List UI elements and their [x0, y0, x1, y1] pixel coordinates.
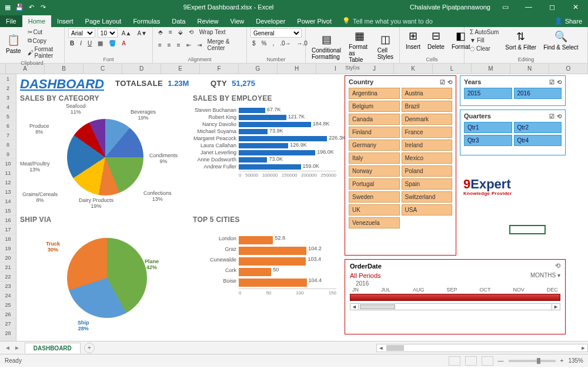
- slicer-item[interactable]: Argentina: [349, 88, 400, 99]
- column-header[interactable]: H: [278, 64, 316, 74]
- align-middle-button[interactable]: ≡: [167, 28, 174, 36]
- row-header[interactable]: 22: [0, 272, 16, 281]
- clear-filter-icon[interactable]: ⟲: [557, 79, 562, 85]
- slicer-years[interactable]: Years☑⟲ 20152016: [460, 75, 566, 106]
- italic-button[interactable]: I: [78, 39, 83, 47]
- scroll-right-icon[interactable]: ►: [579, 345, 587, 351]
- row-header[interactable]: 2: [0, 84, 16, 93]
- sort-filter-button[interactable]: ⇅Sort & Filter: [503, 29, 539, 52]
- slicer-item[interactable]: Austria: [402, 88, 453, 99]
- column-header[interactable]: O: [549, 64, 588, 74]
- tab-home[interactable]: Home: [22, 15, 51, 27]
- column-header[interactable]: E: [161, 64, 200, 74]
- currency-button[interactable]: $: [250, 39, 258, 47]
- slicer-item[interactable]: Ireland: [402, 140, 453, 151]
- font-color-button[interactable]: A: [120, 39, 128, 47]
- slicer-item[interactable]: Norway: [349, 165, 400, 177]
- column-header[interactable]: L: [433, 64, 472, 74]
- column-header[interactable]: A: [6, 64, 45, 74]
- autosum-button[interactable]: ΣAutoSum: [468, 28, 500, 36]
- slicer-item[interactable]: Venezuela: [349, 217, 400, 228]
- row-header[interactable]: 3: [0, 93, 16, 102]
- column-header[interactable]: J: [355, 64, 394, 74]
- multiselect-icon[interactable]: ☑: [549, 113, 554, 120]
- selected-cell[interactable]: [509, 225, 546, 234]
- chart-sales-by-employee[interactable]: Steven Buchanan67.7KRobert King121.7KNan…: [191, 102, 340, 212]
- slicer-item[interactable]: Poland: [402, 165, 453, 177]
- column-header[interactable]: G: [239, 64, 278, 74]
- row-header[interactable]: 21: [0, 263, 16, 272]
- multiselect-icon[interactable]: ☑: [549, 79, 554, 85]
- align-top-button[interactable]: ⬘: [156, 28, 165, 36]
- slicer-quarters[interactable]: Quarters☑⟲ Qtr1Qtr2Qtr3Qtr4: [460, 110, 566, 155]
- redo-icon[interactable]: ↷: [39, 3, 47, 11]
- column-header[interactable]: K: [394, 64, 433, 74]
- row-header[interactable]: 8: [0, 140, 16, 150]
- row-header[interactable]: 14: [0, 197, 16, 206]
- font-size-select[interactable]: 10: [98, 28, 118, 38]
- row-header[interactable]: 15: [0, 206, 16, 216]
- row-header[interactable]: 26: [0, 310, 16, 319]
- slicer-item[interactable]: Italy: [349, 152, 400, 164]
- clear-filter-icon[interactable]: ⟲: [447, 79, 452, 85]
- clear-filter-icon[interactable]: ⟲: [557, 113, 562, 120]
- align-center-button[interactable]: ≡: [166, 41, 173, 49]
- maximize-button[interactable]: ◻: [543, 3, 561, 11]
- column-header[interactable]: I: [316, 64, 355, 74]
- timeline-scrollbar[interactable]: ◄►: [350, 303, 560, 310]
- fill-color-button[interactable]: 🪣: [107, 39, 118, 47]
- row-header[interactable]: 4: [0, 102, 16, 112]
- slicer-item[interactable]: Brazil: [402, 101, 453, 112]
- border-button[interactable]: ▦: [96, 39, 105, 47]
- align-bottom-button[interactable]: ⬙: [176, 28, 185, 36]
- row-header[interactable]: 5: [0, 112, 16, 121]
- normal-view-button[interactable]: [449, 356, 460, 366]
- page-break-view-button[interactable]: [482, 356, 493, 366]
- row-header[interactable]: 25: [0, 300, 16, 310]
- row-header[interactable]: 18: [0, 234, 16, 244]
- cell-styles-button[interactable]: ◫Cell Styles: [375, 32, 396, 61]
- row-header[interactable]: 10: [0, 159, 16, 168]
- slicer-item[interactable]: Denmark: [402, 114, 453, 125]
- percent-button[interactable]: %: [260, 39, 269, 47]
- scroll-thumb[interactable]: [386, 345, 404, 351]
- inc-decimal-button[interactable]: .0→: [278, 39, 292, 47]
- slicer-item[interactable]: UK: [349, 204, 400, 216]
- tell-me[interactable]: 💡Tell me what you want to do: [338, 15, 437, 27]
- slicer-country[interactable]: Country☑⟲ ArgentinaAustriaBelgiumBrazilC…: [345, 75, 456, 256]
- slicer-item[interactable]: Switzerland: [402, 191, 453, 203]
- row-header[interactable]: 28: [0, 329, 16, 338]
- slicer-item[interactable]: Sweden: [349, 191, 400, 203]
- row-header[interactable]: 13: [0, 187, 16, 197]
- row-header[interactable]: 1: [0, 74, 16, 84]
- find-select-button[interactable]: 🔍Find & Select: [541, 29, 580, 52]
- slicer-item[interactable]: Qtr1: [464, 122, 512, 133]
- zoom-level[interactable]: 135%: [568, 357, 583, 364]
- column-header[interactable]: D: [122, 64, 161, 74]
- indent-inc-button[interactable]: ⇥: [195, 41, 203, 49]
- slicer-item[interactable]: Mexico: [402, 152, 453, 164]
- timeline-unit[interactable]: MONTHS ▾: [530, 272, 560, 279]
- tab-view[interactable]: View: [225, 15, 250, 27]
- zoom-slider[interactable]: [509, 360, 556, 362]
- chart-top-cities[interactable]: London52.8Graz104.2Cunewalde103.4Cork50B…: [191, 225, 340, 334]
- row-header[interactable]: 6: [0, 121, 16, 131]
- tab-formulas[interactable]: Formulas: [127, 15, 166, 27]
- scroll-left-icon[interactable]: ◄: [377, 345, 385, 351]
- shrink-font-button[interactable]: A▼: [135, 29, 149, 37]
- paste-button[interactable]: 📋Paste: [4, 32, 24, 55]
- slicer-item[interactable]: Spain: [402, 178, 453, 190]
- column-header[interactable]: C: [83, 64, 122, 74]
- clear-filter-icon[interactable]: ⟲: [555, 262, 560, 270]
- number-format-select[interactable]: General: [250, 28, 302, 38]
- align-right-button[interactable]: ≡: [175, 41, 182, 49]
- chart-ship-via[interactable]: Plane42% Ship28% Truck30%: [19, 225, 188, 334]
- copy-button[interactable]: ⧉Copy: [26, 37, 61, 45]
- insert-cells-button[interactable]: ⊞Insert: [403, 28, 423, 51]
- row-header[interactable]: 11: [0, 168, 16, 178]
- tab-review[interactable]: Review: [191, 15, 224, 27]
- slicer-item[interactable]: USA: [402, 204, 453, 216]
- scroll-left-icon[interactable]: ◄: [350, 304, 359, 310]
- tab-developer[interactable]: Developer: [250, 15, 291, 27]
- tab-power-pivot[interactable]: Power Pivot: [291, 15, 338, 27]
